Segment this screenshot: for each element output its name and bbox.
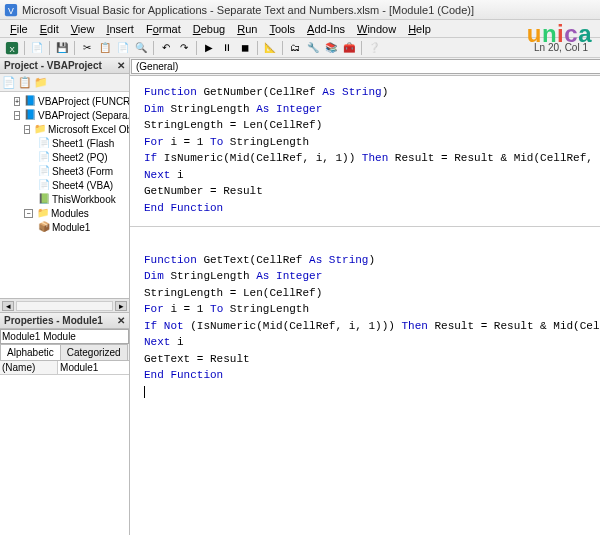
svg-text:V: V [8, 5, 14, 15]
help-icon[interactable]: ❔ [366, 40, 382, 56]
tab-alphabetic[interactable]: Alphabetic [0, 344, 61, 360]
toggle-folders-icon[interactable]: 📁 [34, 76, 48, 90]
properties-panel-header: Properties - Module1 ✕ [0, 313, 129, 329]
scroll-track[interactable] [16, 301, 113, 311]
scroll-left-icon[interactable]: ◂ [2, 301, 14, 311]
tab-categorized[interactable]: Categorized [60, 344, 128, 360]
tree-item[interactable]: 📄Sheet3 (Form [38, 164, 127, 178]
tree-item[interactable]: 📗ThisWorkbook [38, 192, 127, 206]
menu-format[interactable]: Format [140, 23, 187, 35]
tree-item[interactable]: 📦Module1 [38, 220, 127, 234]
cursor-position: Ln 20, Col 1 [534, 42, 588, 53]
properties-empty-area [0, 375, 129, 535]
property-row[interactable]: (Name) Module1 [0, 361, 129, 375]
object-combo[interactable]: (General) [131, 59, 600, 74]
properties-panel-close-icon[interactable]: ✕ [117, 315, 125, 326]
view-object-icon[interactable]: 📋 [18, 76, 32, 90]
project-icon: 📘 [24, 95, 36, 107]
svg-text:X: X [9, 44, 15, 53]
tree-item[interactable]: 📄Sheet1 (Flash [38, 136, 127, 150]
object-browser-icon[interactable]: 📚 [323, 40, 339, 56]
find-icon[interactable]: 🔍 [133, 40, 149, 56]
tree-item[interactable]: 📄Sheet4 (VBA) [38, 178, 127, 192]
menu-debug[interactable]: Debug [187, 23, 231, 35]
title-bar: V Microsoft Visual Basic for Application… [0, 0, 600, 20]
expand-icon[interactable]: + [14, 97, 20, 106]
paste-icon[interactable]: 📄 [115, 40, 131, 56]
tree-item[interactable]: −📁Modules [24, 206, 127, 220]
sheet-icon: 📄 [38, 179, 50, 191]
app-icon: V [4, 3, 18, 17]
menu-bar: File Edit View Insert Format Debug Run T… [0, 20, 600, 38]
collapse-icon[interactable]: − [24, 125, 30, 134]
copy-icon[interactable]: 📋 [97, 40, 113, 56]
sheet-icon: 📄 [38, 137, 50, 149]
folder-icon: 📁 [37, 207, 49, 219]
cut-icon[interactable]: ✂ [79, 40, 95, 56]
menu-window[interactable]: Window [351, 23, 402, 35]
run-icon[interactable]: ▶ [201, 40, 217, 56]
menu-run[interactable]: Run [231, 23, 263, 35]
project-icon: 📘 [24, 109, 36, 121]
design-mode-icon[interactable]: 📐 [262, 40, 278, 56]
sheet-icon: 📄 [38, 165, 50, 177]
scroll-right-icon[interactable]: ▸ [115, 301, 127, 311]
menu-insert[interactable]: Insert [100, 23, 140, 35]
procedure-separator [130, 226, 600, 227]
break-icon[interactable]: ⏸ [219, 40, 235, 56]
menu-addins[interactable]: Add-Ins [301, 23, 351, 35]
property-value[interactable]: Module1 [58, 361, 129, 374]
text-cursor [144, 386, 145, 398]
sheet-icon: 📄 [38, 151, 50, 163]
collapse-icon[interactable]: − [24, 209, 33, 218]
project-panel-close-icon[interactable]: ✕ [117, 60, 125, 71]
reset-icon[interactable]: ◼ [237, 40, 253, 56]
project-hscroll[interactable]: ◂ ▸ [0, 298, 129, 312]
project-tree: +📘VBAProject (FUNCRE... −📘VBAProject (Se… [0, 92, 129, 298]
collapse-icon[interactable]: − [14, 111, 20, 120]
view-code-icon[interactable]: 📄 [2, 76, 16, 90]
object-selector[interactable]: Module1 Module [0, 329, 129, 344]
undo-icon[interactable]: ↶ [158, 40, 174, 56]
toolbox-icon[interactable]: 🧰 [341, 40, 357, 56]
code-editor[interactable]: Function GetNumber(CellRef As String) Di… [130, 76, 600, 535]
view-excel-icon[interactable]: X [4, 40, 20, 56]
properties-panel-title: Properties - Module1 [4, 315, 103, 326]
properties-panel: Properties - Module1 ✕ Module1 Module Al… [0, 312, 129, 535]
menu-file[interactable]: File [4, 23, 34, 35]
tree-item[interactable]: +📘VBAProject (FUNCRE... [14, 94, 127, 108]
window-title: Microsoft Visual Basic for Applications … [22, 4, 474, 16]
toolbar: X 📄 💾 ✂ 📋 📄 🔍 ↶ ↷ ▶ ⏸ ◼ 📐 🗂 🔧 📚 🧰 ❔ Ln 2… [0, 38, 600, 58]
module-icon: 📦 [38, 221, 50, 233]
tree-item[interactable]: −📁Microsoft Excel Ob... [24, 122, 127, 136]
tree-item[interactable]: 📄Sheet2 (PQ) [38, 150, 127, 164]
property-name: (Name) [0, 361, 58, 374]
project-explorer-icon[interactable]: 🗂 [287, 40, 303, 56]
redo-icon[interactable]: ↷ [176, 40, 192, 56]
tree-item[interactable]: −📘VBAProject (Separa... [14, 108, 127, 122]
folder-icon: 📁 [34, 123, 46, 135]
insert-object-icon[interactable]: 📄 [29, 40, 45, 56]
workbook-icon: 📗 [38, 193, 50, 205]
project-panel-header: Project - VBAProject ✕ [0, 58, 129, 74]
menu-tools[interactable]: Tools [263, 23, 301, 35]
project-toolbar: 📄 📋 📁 [0, 74, 129, 92]
menu-edit[interactable]: Edit [34, 23, 65, 35]
save-icon[interactable]: 💾 [54, 40, 70, 56]
project-panel-title: Project - VBAProject [4, 60, 102, 71]
menu-view[interactable]: View [65, 23, 101, 35]
menu-help[interactable]: Help [402, 23, 437, 35]
properties-window-icon[interactable]: 🔧 [305, 40, 321, 56]
